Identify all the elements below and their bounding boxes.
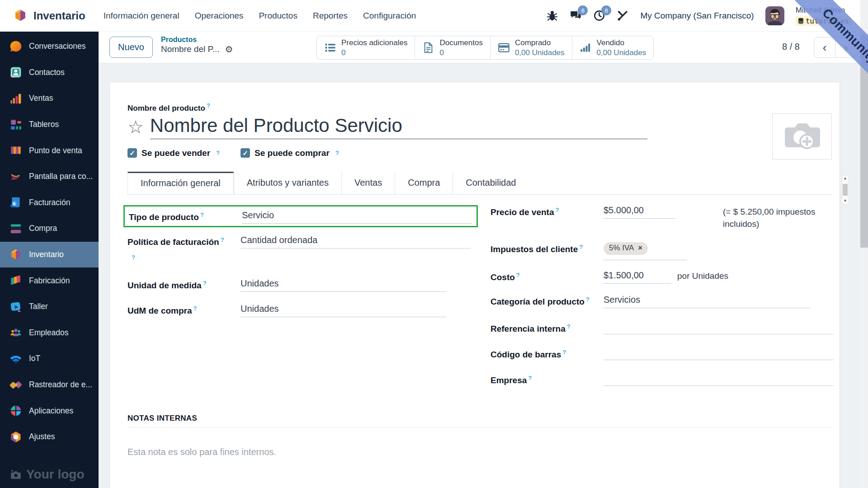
inner-scrollbar[interactable]: ▲ ▼	[842, 175, 849, 204]
activities-clock-icon[interactable]: 6	[593, 9, 605, 22]
database-icon	[798, 18, 804, 24]
help-marker: ?	[216, 150, 220, 156]
sidebar-item-punto-de-venta[interactable]: Punto de venta	[0, 137, 99, 164]
smart-button-purchased[interactable]: Comprado 0,00 Unidades	[490, 36, 572, 59]
field-sales-price: Precio de venta? $5.000,00 (= $ 5.250,00…	[491, 205, 834, 230]
pager-previous-button[interactable]: ‹	[814, 37, 835, 58]
field-label: Tipo de producto?	[129, 210, 242, 224]
sidebar-item-ajustes[interactable]: Ajustes	[0, 424, 99, 450]
page-scrollbar[interactable]	[860, 0, 868, 488]
help-marker: ?	[335, 150, 339, 156]
sidebar-item-conversaciones[interactable]: Conversaciones	[0, 33, 99, 60]
help-marker: ?	[555, 206, 559, 213]
favorite-star-icon[interactable]: ☆	[127, 118, 144, 136]
help-marker: ?	[200, 211, 204, 218]
list-icon	[324, 42, 336, 54]
help-marker: ?	[586, 296, 590, 303]
product-name-input[interactable]: Nombre del Producto Servicio	[150, 115, 647, 139]
sidebar-item-fabricacion[interactable]: Fabricación	[0, 267, 99, 294]
field-label: Categoría del producto?	[491, 295, 604, 308]
customer-taxes-input[interactable]: 5% IVA ×	[604, 242, 687, 260]
sidebar-item-ventas[interactable]: Ventas	[0, 85, 99, 112]
sidebar-item-aplicaciones[interactable]: Aplicaciones	[0, 398, 99, 424]
new-button[interactable]: Nuevo	[109, 37, 153, 58]
tab-compra[interactable]: Compra	[395, 172, 453, 194]
sidebar-item-label: Rastreador de e...	[29, 380, 92, 389]
sales-price-input[interactable]: $5.000,00	[604, 205, 676, 219]
menu-reportes[interactable]: Reportes	[313, 11, 348, 21]
product-type-input[interactable]: Servicio	[242, 210, 472, 224]
manufacturing-icon	[9, 274, 23, 287]
product-category-input[interactable]: Servicios	[604, 295, 810, 308]
sidebar-item-compra[interactable]: Compra	[0, 216, 99, 242]
tab-ventas[interactable]: Ventas	[341, 172, 395, 194]
tax-tag[interactable]: 5% IVA ×	[604, 242, 648, 255]
sidebar-item-tableros[interactable]: Tableros	[0, 112, 99, 138]
invoicing-policy-input[interactable]: Cantidad ordenada	[241, 235, 471, 249]
breadcrumb-current: Nombre del P...	[161, 44, 220, 54]
menu-operaciones[interactable]: Operaciones	[195, 11, 244, 21]
smart-buttons: Precios adicionales 0 Documentos 0 Compr…	[316, 36, 654, 60]
internal-reference-input[interactable]	[604, 322, 834, 334]
field-product-type: Tipo de producto? Servicio	[129, 210, 476, 224]
contacts-icon	[9, 66, 23, 79]
checkbox-can-be-purchased[interactable]: ✓ Se puede comprar ?	[241, 148, 339, 158]
breadcrumb-parent-link[interactable]: Productos	[161, 36, 233, 44]
scroll-up-icon[interactable]: ▲	[844, 177, 847, 180]
sidebar-item-iot[interactable]: IoT	[0, 346, 99, 372]
help-marker: ?	[567, 323, 571, 330]
tab-atributos-variantes[interactable]: Atributos y variantes	[234, 172, 341, 194]
cost-input[interactable]: $1.500,00	[604, 270, 671, 284]
barcode-input[interactable]	[604, 347, 834, 360]
actions-gear-icon[interactable]: ⚙	[225, 45, 233, 54]
sales-bars-icon	[9, 92, 23, 105]
sidebar-item-inventario[interactable]: Inventario	[0, 242, 99, 268]
smart-button-label: Comprado	[515, 38, 565, 47]
camera-plus-icon	[781, 120, 823, 153]
sidebar-item-label: Aplicaciones	[29, 406, 73, 416]
tab-contabilidad[interactable]: Contabilidad	[453, 172, 528, 194]
sidebar-item-contactos[interactable]: Contactos	[0, 60, 99, 86]
sidebar-item-rastreador[interactable]: Rastreador de e...	[0, 372, 99, 398]
document-icon	[422, 42, 434, 54]
checkbox-can-be-sold[interactable]: ✓ Se puede vender ?	[127, 148, 220, 158]
dashboards-icon	[9, 118, 23, 131]
your-logo[interactable]: Your logo	[10, 467, 85, 482]
sidebar-item-pantalla[interactable]: Pantalla para co...	[0, 164, 99, 190]
menu-productos[interactable]: Productos	[259, 11, 297, 21]
sidebar-item-taller[interactable]: Taller	[0, 294, 99, 320]
smart-button-sold[interactable]: Vendido 0,00 Unidades	[572, 36, 654, 59]
app-switcher[interactable]: Inventario	[0, 8, 85, 23]
company-selector[interactable]: My Company (San Francisco)	[640, 11, 754, 21]
tab-informacion-general[interactable]: Información general	[127, 172, 234, 194]
purchase-icon	[9, 222, 23, 235]
messages-icon[interactable]: 6	[570, 9, 582, 22]
company-input[interactable]	[604, 373, 834, 386]
messages-count-badge: 6	[578, 5, 588, 15]
user-avatar[interactable]	[765, 6, 784, 25]
screen-swoosh-icon	[9, 170, 23, 183]
apps-icon	[9, 404, 23, 418]
debug-bug-icon[interactable]	[546, 9, 558, 22]
tools-icon[interactable]	[617, 9, 629, 22]
smart-button-extra-prices[interactable]: Precios adicionales 0	[317, 36, 415, 59]
internal-notes-editor[interactable]: Esta nota es solo para fines internos.	[127, 447, 832, 457]
sidebar-item-label: Conversaciones	[29, 42, 85, 51]
internal-notes-heading: NOTAS INTERNAS	[127, 414, 832, 423]
sidebar-item-empleados[interactable]: Empleados	[0, 320, 99, 346]
field-customer-taxes: Impuestos del cliente? 5% IVA ×	[491, 242, 834, 260]
settings-hexagon-icon	[9, 430, 23, 444]
product-image-upload[interactable]	[772, 113, 832, 160]
smart-button-documents[interactable]: Documentos 0	[415, 36, 490, 59]
menu-configuracion[interactable]: Configuración	[363, 11, 416, 21]
highlight-box-product-type: Tipo de producto? Servicio	[123, 205, 478, 227]
scroll-down-icon[interactable]: ▼	[844, 199, 847, 203]
sidebar-item-facturacion[interactable]: $ Facturación	[0, 190, 99, 216]
inner-scrollbar-thumb[interactable]	[843, 184, 848, 196]
purchase-uom-input[interactable]: Unidades	[241, 304, 446, 317]
help-marker: ?	[207, 102, 210, 109]
orphan-help-marker: ?	[130, 254, 478, 264]
remove-tag-icon[interactable]: ×	[638, 244, 642, 252]
menu-informacion-general[interactable]: Información general	[104, 11, 179, 21]
unit-of-measure-input[interactable]: Unidades	[241, 278, 446, 292]
